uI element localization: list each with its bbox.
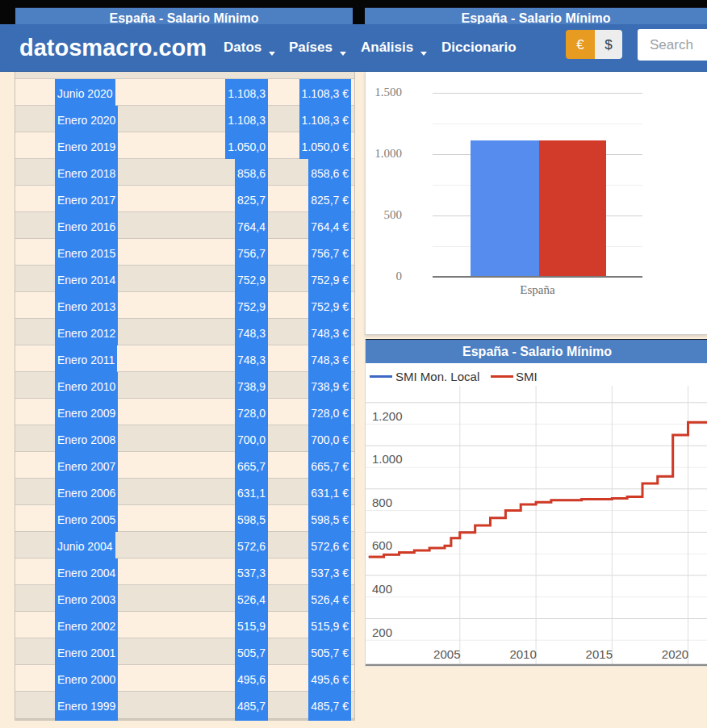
value-eur: 748,3 €: [308, 345, 351, 374]
bar-smi-local: [471, 140, 539, 277]
value-eur: 756,7 €: [308, 239, 351, 268]
bar-gridline: [433, 93, 642, 94]
table-row: Enero 2011748,3748,3 €: [15, 345, 354, 372]
date-link[interactable]: Enero 2005: [55, 505, 118, 534]
table-row: Enero 2007665,7665,7 €: [15, 452, 354, 479]
value-local: 825,7: [235, 186, 268, 215]
nav-item-datos[interactable]: Datos: [224, 24, 275, 71]
value-eur: 764,4 €: [308, 212, 351, 241]
table-row: Enero 2002515,9515,9 €: [15, 612, 354, 638]
table-row: Enero 2018858,6858,6 €: [15, 159, 354, 186]
svg-text:2020: 2020: [662, 647, 688, 661]
bar-y-tick-label: 500: [366, 208, 402, 222]
date-link[interactable]: Enero 2012: [55, 319, 118, 348]
svg-text:2010: 2010: [509, 647, 536, 661]
date-link[interactable]: Enero 2018: [55, 159, 118, 188]
table-row: Enero 2009728,0728,0 €: [15, 399, 354, 425]
value-eur: 825,7 €: [308, 186, 351, 215]
value-eur: 598,5 €: [308, 505, 351, 534]
value-eur: 631,1 €: [308, 479, 351, 508]
value-local: 738,9: [235, 372, 268, 401]
bar-chart-card-title: España - Salario Mínimo: [462, 11, 611, 25]
value-local: 526,4: [235, 585, 268, 614]
table-row: Enero 2001505,7505,7 €: [15, 638, 354, 665]
value-eur: 515,9 €: [308, 612, 351, 641]
table-row: Enero 2004537,3537,3 €: [15, 559, 354, 585]
date-link[interactable]: Enero 2010: [55, 372, 118, 401]
nav-item-analisis[interactable]: Análisis: [361, 24, 427, 71]
date-link[interactable]: Enero 2009: [55, 399, 118, 428]
value-local: 485,7: [235, 692, 268, 721]
bar-x-axis-line: [433, 276, 642, 278]
table-card-title: España - Salario Mínimo: [110, 11, 259, 25]
legend-label-smi: SMI: [516, 368, 538, 386]
date-link[interactable]: Enero 2003: [55, 585, 118, 614]
date-link[interactable]: Enero 2001: [55, 638, 118, 667]
bar-y-tick-label: 1.000: [366, 147, 402, 161]
value-eur: 752,9 €: [308, 292, 351, 321]
value-local: 665,7: [235, 452, 268, 481]
date-link[interactable]: Enero 2017: [55, 186, 118, 215]
bar-gridline: [433, 123, 642, 124]
table-row: Enero 2014752,9752,9 €: [15, 266, 354, 292]
value-eur: 526,4 €: [308, 585, 351, 614]
value-local: 1.108,3: [225, 79, 268, 108]
date-link[interactable]: Enero 2020: [55, 106, 118, 135]
search-input[interactable]: [638, 29, 707, 61]
date-link[interactable]: Enero 2013: [55, 292, 118, 321]
date-link[interactable]: Enero 2007: [55, 452, 118, 481]
date-link[interactable]: Enero 2000: [55, 665, 118, 694]
date-link[interactable]: Enero 2006: [55, 479, 118, 508]
value-local: 515,9: [235, 612, 268, 641]
date-link[interactable]: Enero 2002: [55, 612, 118, 641]
table-row: Enero 2016764,4764,4 €: [15, 212, 354, 239]
value-local: 537,3: [235, 559, 268, 588]
value-eur: 1.108,3 €: [299, 106, 351, 135]
svg-text:2005: 2005: [433, 647, 460, 661]
date-link[interactable]: Enero 2016: [55, 212, 118, 241]
table-row: Enero 2010738,9738,9 €: [15, 372, 354, 399]
table-row: Enero 2003526,4526,4 €: [15, 585, 354, 612]
date-link[interactable]: Junio 2004: [55, 532, 115, 561]
date-link[interactable]: Enero 2011: [55, 345, 117, 374]
top-navigation-bar: datosmacro.com Datos Países Análisis Dic…: [0, 24, 707, 72]
svg-text:800: 800: [372, 496, 392, 509]
date-link[interactable]: Enero 2015: [55, 239, 118, 268]
value-eur: 495,6 €: [308, 665, 351, 694]
date-link[interactable]: Enero 2014: [55, 266, 118, 295]
line-chart-title: España - Salario Mínimo: [366, 339, 707, 363]
nav-item-paises[interactable]: Países: [289, 24, 346, 71]
table-row: Enero 1999485,7485,7 €: [15, 692, 354, 718]
date-link[interactable]: Enero 2004: [55, 559, 118, 588]
value-eur: 728,0 €: [308, 399, 351, 428]
chevron-down-icon: [420, 52, 427, 59]
value-local: 728,0: [235, 399, 268, 428]
value-eur: 858,6 €: [308, 159, 351, 188]
dollar-currency-button[interactable]: $: [595, 30, 622, 59]
nav-item-diccionario[interactable]: Diccionario: [441, 24, 517, 71]
euro-currency-button[interactable]: €: [566, 30, 595, 59]
table-row: Junio 2004572,6572,6 €: [15, 532, 354, 559]
bar-y-tick-label: 1.500: [366, 86, 402, 99]
table-row: Enero 2006631,1631,1 €: [15, 479, 354, 505]
value-local: 631,1: [235, 479, 268, 508]
legend-swatch-smi-local: [370, 375, 392, 378]
table-row: Enero 2008700,0700,0 €: [15, 425, 354, 452]
date-link[interactable]: Enero 1999: [55, 692, 118, 721]
date-link[interactable]: Enero 2019: [55, 132, 118, 161]
svg-text:200: 200: [372, 625, 392, 639]
bar-chart-card: 05001.0001.500España: [365, 71, 707, 335]
value-eur: 1.050,0 €: [299, 132, 351, 161]
value-eur: 748,3 €: [308, 319, 351, 348]
legend-swatch-smi: [491, 375, 513, 378]
legend-label-smi-local: SMI Mon. Local: [395, 368, 479, 386]
value-local: 598,5: [235, 505, 268, 534]
value-eur: 1.108,3 €: [299, 79, 351, 108]
table-row: Enero 2013752,9752,9 €: [15, 292, 354, 319]
date-link[interactable]: Junio 2020: [55, 79, 115, 108]
table-row: Enero 2012748,3748,3 €: [15, 319, 354, 345]
site-logo[interactable]: datosmacro.com: [19, 24, 207, 71]
table-row: Enero 20191.050,01.050,0 €: [15, 132, 354, 159]
value-local: 572,6: [235, 532, 268, 561]
date-link[interactable]: Enero 2008: [55, 425, 118, 454]
